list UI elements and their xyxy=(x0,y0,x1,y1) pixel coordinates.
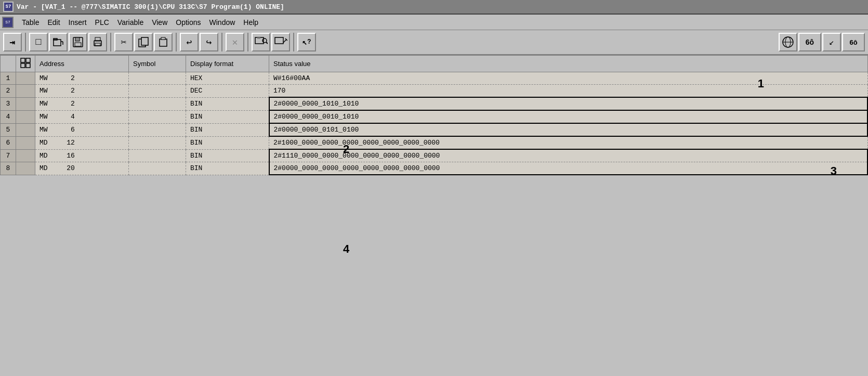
delete-button[interactable]: ✕ xyxy=(226,33,244,51)
row-3-icon xyxy=(16,97,35,110)
menu-edit[interactable]: Edit xyxy=(43,17,64,28)
row-8-symbol[interactable] xyxy=(129,162,186,175)
toolbar: ⇥ □ ✂ ↩ ↪ ✕ ↖? 6ô ↙ xyxy=(0,30,868,55)
row-3-symbol[interactable] xyxy=(129,97,186,110)
row-7-status: 2#1110_0000_0000_0000_0000_0000_0000_000… xyxy=(269,149,868,162)
row-3-format[interactable]: BIN xyxy=(186,97,269,110)
col-header-symbol: Symbol xyxy=(129,56,186,72)
right-btn-4[interactable]: 6ô xyxy=(842,33,865,51)
row-8-address[interactable]: MD 20 xyxy=(35,162,129,175)
col-header-num xyxy=(1,56,16,72)
row-1-address[interactable]: MW 2 xyxy=(35,72,129,85)
row-2-address[interactable]: MW 2 xyxy=(35,85,129,98)
row-2-format[interactable]: DEC xyxy=(186,85,269,98)
svg-line-20 xyxy=(283,40,286,43)
row-4-format[interactable]: BIN xyxy=(186,110,269,123)
svg-point-17 xyxy=(262,38,267,43)
row-1-format[interactable]: HEX xyxy=(186,72,269,85)
cut-button[interactable]: ✂ xyxy=(114,33,133,51)
table-row: 6 MD 12 BIN 2#1000_0000_0000_0000_0000_0… xyxy=(1,136,868,149)
row-4-icon xyxy=(16,110,35,123)
table-row: 3 MW 2 BIN 2#0000_0000_1010_1010 xyxy=(1,97,868,110)
menu-app-icon: S7 xyxy=(2,17,14,28)
row-6-address[interactable]: MD 12 xyxy=(35,136,129,149)
col-header-status: Status value xyxy=(269,56,868,72)
row-7-address[interactable]: MD 16 xyxy=(35,149,129,162)
row-7-format[interactable]: BIN xyxy=(186,149,269,162)
undo-button[interactable]: ↩ xyxy=(180,33,199,51)
menu-window[interactable]: Window xyxy=(205,17,240,28)
open-button[interactable] xyxy=(49,33,68,51)
row-5-icon xyxy=(16,123,35,136)
row-6-format[interactable]: BIN xyxy=(186,136,269,149)
row-7-symbol[interactable] xyxy=(129,149,186,162)
table-row: 5 MW 6 BIN 2#0000_0000_0101_0100 xyxy=(1,123,868,136)
svg-rect-28 xyxy=(26,63,30,68)
toolbar-separator-2 xyxy=(110,33,111,51)
row-2-num: 2 xyxy=(1,85,16,98)
svg-rect-25 xyxy=(21,58,25,62)
print-button[interactable] xyxy=(88,33,107,51)
row-3-status: 2#0000_0000_1010_1010 xyxy=(269,97,868,110)
menu-insert[interactable]: Insert xyxy=(64,17,91,28)
row-8-format[interactable]: BIN xyxy=(186,162,269,175)
row-1-symbol[interactable] xyxy=(129,72,186,85)
toolbar-separator-5 xyxy=(247,33,248,51)
monitor-button[interactable] xyxy=(252,33,270,51)
svg-rect-26 xyxy=(26,58,30,62)
row-1-icon xyxy=(16,72,35,85)
row-4-address[interactable]: MW 4 xyxy=(35,110,129,123)
row-5-address[interactable]: MW 6 xyxy=(35,123,129,136)
menu-plc[interactable]: PLC xyxy=(91,17,113,28)
row-5-symbol[interactable] xyxy=(129,123,186,136)
save-button[interactable] xyxy=(69,33,87,51)
row-6-symbol[interactable] xyxy=(129,136,186,149)
table-row: 8 MD 20 BIN 2#0000_0000_0000_0000_0000_0… xyxy=(1,162,868,175)
modify-button[interactable] xyxy=(271,33,290,51)
row-5-format[interactable]: BIN xyxy=(186,123,269,136)
right-btn-2[interactable]: 6ô xyxy=(798,33,821,51)
title-bar: S7 Var - [VAT_1 -- @777\SIMATIC 300(1)\C… xyxy=(0,0,868,15)
menu-variable[interactable]: Variable xyxy=(113,17,148,28)
help-cursor-button[interactable]: ↖? xyxy=(297,33,316,51)
row-1-num: 1 xyxy=(1,72,16,85)
row-8-status: 2#0000_0000_0000_0000_0000_0000_0000_000… xyxy=(269,162,868,175)
row-7-icon xyxy=(16,149,35,162)
row-4-num: 4 xyxy=(1,110,16,123)
table-row: 2 MW 2 DEC 170 xyxy=(1,85,868,98)
svg-rect-19 xyxy=(275,37,283,44)
right-btn-1[interactable] xyxy=(779,33,797,51)
menu-bar: S7 Table Edit Insert PLC Variable View O… xyxy=(0,15,868,30)
row-2-symbol[interactable] xyxy=(129,85,186,98)
col-header-format: Display format xyxy=(186,56,269,72)
menu-help[interactable]: Help xyxy=(239,17,262,28)
redo-button[interactable]: ↪ xyxy=(200,33,218,51)
menu-table[interactable]: Table xyxy=(18,17,43,28)
copy-button[interactable] xyxy=(134,33,153,51)
goto-button[interactable]: ⇥ xyxy=(3,33,22,51)
svg-line-18 xyxy=(266,42,268,44)
annotation-1: 1 xyxy=(758,77,764,90)
row-2-status: 170 xyxy=(269,85,868,98)
table-row: 4 MW 4 BIN 2#0000_0000_0010_1010 xyxy=(1,110,868,123)
row-3-num: 3 xyxy=(1,97,16,110)
right-btn-3[interactable]: ↙ xyxy=(822,33,841,51)
row-5-num: 5 xyxy=(1,123,16,136)
row-4-symbol[interactable] xyxy=(129,110,186,123)
svg-rect-13 xyxy=(160,39,167,46)
row-4-status: 2#0000_0000_0010_1010 xyxy=(269,110,868,123)
table-row: 7 MD 16 BIN 2#1110_0000_0000_0000_0000_0… xyxy=(1,149,868,162)
menu-view[interactable]: View xyxy=(148,17,172,28)
row-3-address[interactable]: MW 2 xyxy=(35,97,129,110)
new-button[interactable]: □ xyxy=(29,33,48,51)
svg-rect-11 xyxy=(141,37,148,45)
toolbar-separator-4 xyxy=(221,33,222,51)
table-header-row: Address Symbol Display format Status val… xyxy=(1,56,868,72)
paste-button[interactable] xyxy=(154,33,173,51)
table-container: Address Symbol Display format Status val… xyxy=(0,55,868,175)
menu-options[interactable]: Options xyxy=(172,17,205,28)
main-content: Address Symbol Display format Status val… xyxy=(0,55,868,376)
svg-rect-14 xyxy=(161,37,165,40)
annotation-4: 4 xyxy=(343,242,349,256)
row-6-num: 6 xyxy=(1,136,16,149)
